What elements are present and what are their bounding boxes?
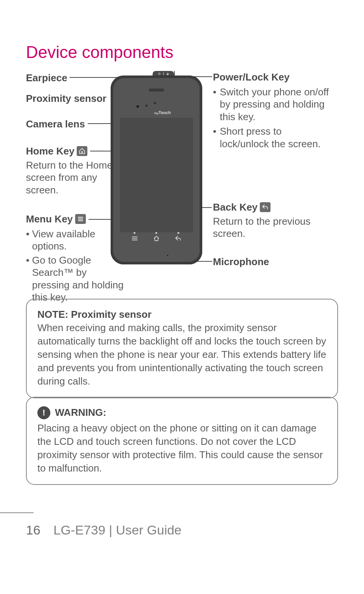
nav-key-row [113,229,200,245]
earpiece-speaker [149,89,164,92]
nav-back-key [174,232,182,242]
home-key-desc: Return to the Home screen from any scree… [26,159,114,196]
power-key-item: Switch your phone on/off by pressing and… [213,86,331,123]
back-key-title: Back Key [213,201,258,214]
power-key-title: Power/Lock Key [213,71,331,84]
label-home-key: Home Key Return to the Home screen from … [26,145,114,196]
label-power-key: Power/Lock Key Switch your phone on/off … [213,71,331,152]
label-back-key: Back Key Return to the previous screen. [213,201,327,240]
label-earpiece: Earpiece [26,72,67,84]
label-microphone: Microphone [213,256,269,268]
page-title: Device components [26,43,173,62]
back-key-desc: Return to the previous screen. [213,215,327,240]
page-number: 16 [26,523,40,538]
home-icon [77,146,87,156]
warning-box: ! WARNING: Placing a heavy object on the… [26,397,338,485]
power-icon [158,72,161,76]
manual-page: Device components Earpiece Proximity sen… [0,0,364,594]
menu-icon [75,214,86,224]
camera-lens-dot [136,105,140,108]
note-title: NOTE: Proximity sensor [37,309,151,320]
nav-menu-key [131,232,139,242]
footer-guide: LG-E739 | User Guide [53,523,182,538]
phone-brand: myTouch [154,110,171,115]
warning-title: WARNING: [55,406,106,419]
phone-diagram: myTouch [107,71,206,269]
home-key-title: Home Key [26,145,74,158]
power-key-item: Short press to lock/unlock the screen. [213,125,331,150]
lock-icon [166,72,169,76]
menu-key-title: Menu Key [26,213,73,225]
phone-body: myTouch [111,76,202,264]
footer-rule [0,512,34,513]
label-camera-lens: Camera lens [26,118,85,130]
microphone-hole [166,254,169,257]
note-box: NOTE: Proximity sensor When receiving an… [26,299,338,398]
note-body: When receiving and making calls, the pro… [37,322,326,387]
nav-home-key [153,232,160,242]
warning-body: Placing a heavy object on the phone or s… [37,422,327,475]
label-proximity-sensor: Proximity sensor [26,92,106,105]
back-icon [260,202,271,212]
svg-rect-2 [167,74,169,75]
warning-icon: ! [37,406,50,419]
phone-screen [120,118,193,232]
